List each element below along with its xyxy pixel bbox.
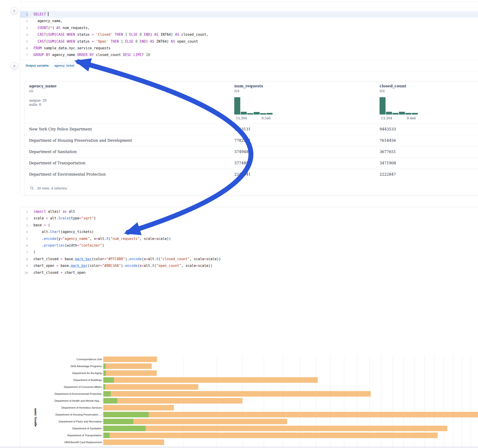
code-line[interactable]: 8chart_closed = base.mark_bar(color="#FF… [20,256,478,262]
line-number: 5 [20,236,28,242]
histogram-min-label: 53,304 [236,116,247,120]
code-text: ) [31,249,36,255]
search-icon[interactable] [30,186,34,190]
sql-editor[interactable]: 1⌄SELECT 2 agency_name,3 COUNT(*) AS num… [20,7,478,59]
bar-closed [103,405,174,411]
fold-chevron-icon[interactable]: ⌄ [28,11,31,18]
column-name: num_requests [234,84,263,88]
bar-open [103,398,117,404]
table-cell: 3677651 [380,146,396,157]
fold-spacer [28,45,31,52]
y-axis-tick [102,387,103,387]
y-axis-label: Department of Parks and Recreation [20,420,102,423]
output-variable-pill[interactable]: agency_tickets [52,63,75,68]
histogram-min-label: 53,304 [381,116,392,120]
bar-open [103,377,114,383]
y-axis-label: Correspondence Unit [20,358,102,361]
bar-open [103,426,145,431]
column-header[interactable]: num_requestsi64 [234,84,263,93]
bar-closed [103,412,478,417]
code-line[interactable]: 4 CAST(SUM(CASE WHEN status = 'Closed' T… [20,31,478,38]
line-number: 6 [20,242,28,249]
code-line[interactable]: 9chart_open = base.mark_bar(color="#8BC3… [20,262,478,269]
fold-chevron-icon[interactable]: ⌄ [28,222,31,229]
fold-spacer [28,249,31,255]
y-axis-label: Department for the Aging [20,372,102,374]
code-line[interactable]: 6FROM sample_data.nyc.service_requests [20,45,478,52]
code-line[interactable]: 4 alt.Chart(agency_tickets) [20,229,478,235]
code-text: COUNT(*) AS num_requests, [31,25,90,31]
histogram-bar [392,113,398,115]
column-type: i64 [234,89,263,93]
code-line[interactable]: 3⌄base = ( [20,222,478,229]
python-editor[interactable]: 1import altair as alt2scale = alt.Scale(… [20,207,478,276]
fold-spacer [28,242,31,249]
add-cell-button[interactable]: + [10,62,18,70]
code-text: CAST(SUM(CASE WHEN status = 'Closed' THE… [31,31,208,38]
bar-open [103,370,106,376]
code-line[interactable]: 2 agency_name, [20,18,478,25]
add-cell-button[interactable]: + [10,7,18,15]
code-text: SELECT [31,11,48,18]
table-cell: Department of Transportation [29,158,86,169]
fold-spacer [28,256,31,262]
table-cell: 2240041 [234,169,251,180]
code-text: scale = alt.Scale(type="sqrt") [31,215,96,222]
line-number: 8 [20,256,28,262]
y-axis-tick [102,380,103,380]
code-line[interactable]: 1⌄SELECT [20,11,478,18]
text-caret [48,12,48,16]
row-count-status: 20 rows, 4 columns [37,186,67,190]
code-line[interactable]: 2scale = alt.Scale(type="sqrt") [20,215,478,222]
table-row[interactable]: Department of Sanitation37494853677651 [25,146,478,158]
bar-open [103,419,133,424]
table-row[interactable]: Department of Transportation377489234719… [25,158,478,169]
code-line[interactable]: 7) [20,249,478,255]
fold-spacer [28,31,31,38]
y-axis-tick [102,415,103,415]
line-number: 4 [20,31,28,38]
table-cell: New York City Police Department [29,124,92,135]
column-header[interactable]: agency_namestr [29,84,57,93]
histogram-bar [241,112,247,115]
table-row[interactable]: Department of Housing Preservation and D… [25,135,478,146]
histogram-bar [260,113,266,115]
line-number: 4 [20,229,28,235]
code-line[interactable]: 5 CAST(SUM(CASE WHEN status = 'Open' THE… [20,38,478,45]
fold-spacer [28,52,31,58]
line-number: 7 [20,52,28,58]
histogram-bar [247,113,253,115]
bar-open [103,391,111,397]
bar-open [103,433,110,438]
y-axis-label: DHS Advantage Programs [20,365,102,367]
code-text: alt.Chart(agency_tickets) [31,229,94,235]
table-row[interactable]: Department of Environmental Protection22… [25,169,478,180]
line-number: 1 [20,11,28,18]
mini-histogram [234,97,273,115]
code-text: chart_closed + chart_open [31,269,86,276]
output-variable-band: Output variable: agency_tickets [20,60,478,71]
histogram-max-label: 9.4e6 [407,116,416,120]
table-cell: 2222847 [380,169,396,180]
table-row[interactable]: New York City Police Department945313194… [25,124,478,135]
code-line[interactable]: 10chart_closed + chart_open [20,269,478,276]
histogram-bar [234,97,240,115]
table-cell: 9453131 [234,124,251,135]
code-line[interactable]: 1import altair as alt [20,208,478,215]
code-line[interactable]: 7GROUP BY agency_name ORDER BY closed_co… [20,52,478,58]
table-cell: 9443533 [380,124,396,135]
code-line[interactable]: 5 .encode(y="agency_name", x=alt.X("num_… [20,236,478,242]
column-header[interactable]: closed_counti64 [380,84,406,93]
line-number: 2 [20,18,28,25]
gridline [444,356,444,447]
code-line[interactable]: 6 .properties(width="container") [20,242,478,249]
histogram-bar [380,97,385,115]
previous-cell-edge [20,0,478,2]
code-text: agency_name, [31,18,63,25]
y-axis-label: Department of Environmental Protection [20,392,102,395]
gridline [453,356,453,447]
line-number: 5 [20,38,28,45]
fold-spacer [28,229,31,235]
fold-spacer [28,18,31,25]
code-line[interactable]: 3 COUNT(*) AS num_requests, [20,25,478,31]
